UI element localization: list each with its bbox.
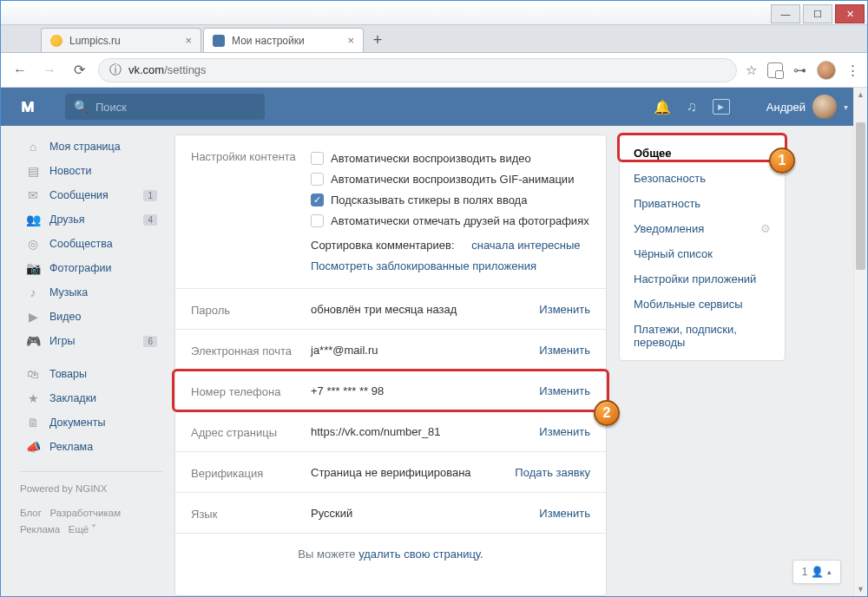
row-action-link[interactable]: Изменить xyxy=(539,425,590,438)
settings-nav-security[interactable]: Безопасность xyxy=(620,166,785,191)
browser-menu-button[interactable]: ⋮ xyxy=(846,62,858,78)
footer-link[interactable]: Реклама xyxy=(20,524,60,535)
scrollbar[interactable]: ▲ ▼ xyxy=(853,88,867,596)
nav-bookmarks[interactable]: ★Закладки xyxy=(20,386,162,410)
user-name: Андрей xyxy=(766,101,806,114)
site-info-icon[interactable]: ⓘ xyxy=(109,62,122,78)
settings-nav-apps[interactable]: Настройки приложений xyxy=(620,266,785,292)
settings-nav: 1 Общее Безопасность Приватность Уведомл… xyxy=(619,134,786,361)
tab-close-icon[interactable]: × xyxy=(347,34,354,47)
extension-icon[interactable] xyxy=(767,62,783,78)
vk-search-input[interactable]: 🔍 Поиск xyxy=(65,94,265,120)
vk-user-menu[interactable]: Андрей ▾ xyxy=(766,95,848,119)
sort-label: Сортировка комментариев: xyxy=(311,239,455,252)
row-label: Пароль xyxy=(191,301,311,317)
scroll-down-icon[interactable]: ▼ xyxy=(854,582,867,596)
scroll-up-icon[interactable]: ▲ xyxy=(854,88,867,102)
tab-close-icon[interactable]: × xyxy=(185,34,192,47)
nav-forward-button[interactable]: → xyxy=(39,60,60,81)
tab-title: Lumpics.ru xyxy=(69,35,121,47)
browser-tab[interactable]: Lumpics.ru × xyxy=(41,28,201,52)
camera-icon: 📷 xyxy=(25,261,41,275)
row-action-link[interactable]: Изменить xyxy=(539,344,590,357)
profile-avatar-icon[interactable] xyxy=(817,61,836,80)
settings-nav-mobile[interactable]: Мобильные сервисы xyxy=(620,292,785,317)
section-label-content: Настройки контента xyxy=(191,148,311,276)
sort-value-link[interactable]: сначала интересные xyxy=(471,239,580,252)
settings-nav-general[interactable]: Общее xyxy=(620,141,785,166)
callout-badge-2: 2 xyxy=(594,400,620,426)
window-maximize-button[interactable]: ☐ xyxy=(803,4,832,23)
nav-video[interactable]: ▶Видео xyxy=(20,305,162,329)
count: 1 xyxy=(802,566,808,578)
tab-title: Мои настройки xyxy=(232,35,305,47)
news-icon: ▤ xyxy=(25,164,41,178)
groups-icon: ◎ xyxy=(25,237,41,251)
nav-ads[interactable]: 📣Реклама xyxy=(20,435,162,459)
checkbox-label: Автоматически воспроизводить видео xyxy=(331,152,531,165)
scroll-thumb[interactable] xyxy=(856,122,865,270)
powered-by: Powered by NGINX xyxy=(20,481,162,498)
window-close-button[interactable]: ✕ xyxy=(835,4,865,23)
note-icon: ♪ xyxy=(25,285,41,299)
delete-page-row: Вы можете удалить свою страницу. xyxy=(175,534,606,574)
bookmark-star-icon[interactable]: ☆ xyxy=(746,62,757,78)
megaphone-icon: 📣 xyxy=(25,440,41,454)
checkbox-tag-friends[interactable] xyxy=(311,214,324,227)
row-label: Верификация xyxy=(191,464,311,480)
nav-photos[interactable]: 📷Фотографии xyxy=(20,256,162,280)
nav-games[interactable]: 🎮Игры6 xyxy=(20,329,162,353)
gamepad-icon: 🎮 xyxy=(25,334,41,348)
nav-back-button[interactable]: ← xyxy=(10,60,30,81)
checkbox-autoplay-video[interactable] xyxy=(311,152,324,165)
row-value: Русский xyxy=(311,507,539,520)
settings-nav-privacy[interactable]: Приватность xyxy=(620,191,785,216)
favicon-icon xyxy=(50,35,62,47)
nav-friends[interactable]: 👥Друзья4 xyxy=(20,207,162,232)
gear-icon[interactable]: ⚙ xyxy=(760,222,771,235)
row-value-phone: +7 *** *** ** 98 xyxy=(311,384,539,397)
row-label: Язык xyxy=(191,505,311,521)
nav-market[interactable]: 🛍Товары xyxy=(20,362,162,386)
row-value: обновлён три месяца назад xyxy=(311,303,539,316)
row-action-link[interactable]: Изменить xyxy=(539,507,590,520)
play-icon[interactable]: ▶ xyxy=(713,99,730,115)
nav-messages[interactable]: ✉Сообщения1 xyxy=(20,183,162,207)
callout-badge-1: 1 xyxy=(769,148,795,174)
key-icon[interactable]: ⊶ xyxy=(793,62,806,78)
nav-communities[interactable]: ◎Сообщества xyxy=(20,232,162,256)
url-input[interactable]: ⓘ vk.com/settings xyxy=(98,58,737,82)
footer-link[interactable]: Блог xyxy=(20,508,42,518)
row-label: Адрес страницы xyxy=(191,423,311,439)
nav-reload-button[interactable]: ⟳ xyxy=(69,60,89,81)
music-icon[interactable]: ♫ xyxy=(687,99,697,115)
row-action-link[interactable]: Изменить xyxy=(539,303,590,316)
settings-nav-payments[interactable]: Платежи, подписки, переводы xyxy=(620,317,785,355)
favicon-icon xyxy=(213,35,225,47)
browser-tab-active[interactable]: Мои настройки × xyxy=(203,28,364,52)
footer-link[interactable]: Разработчикам xyxy=(49,508,121,518)
notifications-icon[interactable]: 🔔 xyxy=(654,99,671,115)
checkbox-autoplay-gif[interactable] xyxy=(311,173,324,186)
new-tab-button[interactable]: + xyxy=(365,28,390,52)
settings-nav-blacklist[interactable]: Чёрный список xyxy=(620,241,785,266)
footer-link[interactable]: Ещё ˅ xyxy=(69,524,97,535)
video-icon: ▶ xyxy=(25,310,41,324)
vk-header: 🔍 Поиск 🔔 ♫ ▶ Андрей ▾ xyxy=(1,88,867,126)
row-action-link[interactable]: Изменить xyxy=(539,384,590,397)
settings-nav-notifications[interactable]: Уведомления⚙ xyxy=(620,216,785,241)
checkbox-sticker-suggest[interactable]: ✓ xyxy=(311,194,324,207)
delete-page-link[interactable]: удалить свою страницу. xyxy=(358,548,483,561)
chevron-down-icon: ▾ xyxy=(844,102,848,112)
blocked-apps-link[interactable]: Посмотреть заблокированные приложения xyxy=(311,259,536,272)
nav-music[interactable]: ♪Музыка xyxy=(20,280,162,305)
vk-logo-icon[interactable] xyxy=(20,98,46,115)
url-domain: vk.com xyxy=(128,63,164,76)
home-icon: ⌂ xyxy=(25,140,41,154)
row-action-link[interactable]: Подать заявку xyxy=(515,466,590,479)
nav-my-page[interactable]: ⌂Моя страница xyxy=(20,134,162,159)
friends-widget[interactable]: 1 👤 ▴ xyxy=(792,560,841,584)
window-minimize-button[interactable]: — xyxy=(771,4,800,23)
nav-documents[interactable]: 🗎Документы xyxy=(20,410,162,435)
nav-news[interactable]: ▤Новости xyxy=(20,159,162,183)
